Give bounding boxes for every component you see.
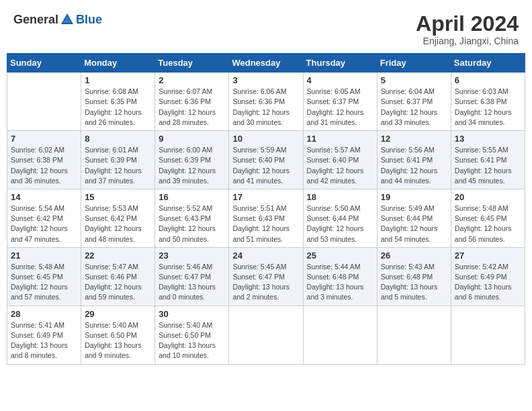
calendar-cell: 14Sunrise: 5:54 AMSunset: 6:42 PMDayligh… bbox=[7, 189, 81, 247]
calendar-cell: 11Sunrise: 5:57 AMSunset: 6:40 PMDayligh… bbox=[303, 131, 377, 189]
day-number: 20 bbox=[455, 192, 521, 202]
calendar-week-row: 21Sunrise: 5:48 AMSunset: 6:45 PMDayligh… bbox=[7, 247, 525, 306]
day-info: Sunrise: 5:44 AMSunset: 6:48 PMDaylight:… bbox=[307, 262, 373, 303]
day-info: Sunrise: 5:41 AMSunset: 6:49 PMDaylight:… bbox=[11, 320, 77, 361]
day-number: 19 bbox=[381, 192, 447, 202]
day-number: 24 bbox=[232, 250, 299, 261]
calendar-cell: 13Sunrise: 5:55 AMSunset: 6:41 PMDayligh… bbox=[451, 131, 525, 189]
day-number: 10 bbox=[232, 134, 299, 144]
calendar-cell: 21Sunrise: 5:48 AMSunset: 6:45 PMDayligh… bbox=[7, 247, 81, 306]
title-block: April 2024 Enjiang, Jiangxi, China bbox=[416, 12, 519, 46]
day-info: Sunrise: 6:04 AMSunset: 6:37 PMDaylight:… bbox=[381, 87, 447, 128]
calendar-cell: 28Sunrise: 5:41 AMSunset: 6:49 PMDayligh… bbox=[7, 306, 81, 364]
day-number: 17 bbox=[232, 192, 299, 202]
calendar-cell: 20Sunrise: 5:48 AMSunset: 6:45 PMDayligh… bbox=[451, 189, 525, 247]
day-number: 15 bbox=[85, 192, 151, 202]
day-info: Sunrise: 5:54 AMSunset: 6:42 PMDaylight:… bbox=[11, 203, 77, 244]
day-number: 16 bbox=[159, 192, 225, 202]
day-info: Sunrise: 6:06 AMSunset: 6:36 PMDaylight:… bbox=[232, 87, 299, 128]
day-number: 1 bbox=[85, 75, 151, 85]
day-info: Sunrise: 6:03 AMSunset: 6:38 PMDaylight:… bbox=[455, 87, 521, 128]
day-info: Sunrise: 6:07 AMSunset: 6:36 PMDaylight:… bbox=[159, 87, 225, 128]
day-info: Sunrise: 5:51 AMSunset: 6:43 PMDaylight:… bbox=[232, 203, 299, 244]
day-number: 2 bbox=[159, 75, 225, 85]
calendar-week-row: 14Sunrise: 5:54 AMSunset: 6:42 PMDayligh… bbox=[7, 189, 525, 247]
day-number: 6 bbox=[455, 75, 521, 85]
day-info: Sunrise: 6:00 AMSunset: 6:39 PMDaylight:… bbox=[159, 145, 225, 186]
calendar-cell: 3Sunrise: 6:06 AMSunset: 6:36 PMDaylight… bbox=[229, 73, 303, 131]
day-info: Sunrise: 5:45 AMSunset: 6:47 PMDaylight:… bbox=[232, 262, 299, 303]
day-number: 14 bbox=[11, 192, 77, 202]
calendar-cell: 23Sunrise: 5:46 AMSunset: 6:47 PMDayligh… bbox=[155, 247, 229, 306]
calendar-cell: 16Sunrise: 5:52 AMSunset: 6:43 PMDayligh… bbox=[155, 189, 229, 247]
day-info: Sunrise: 5:43 AMSunset: 6:48 PMDaylight:… bbox=[381, 262, 447, 303]
day-number: 7 bbox=[11, 134, 77, 144]
day-number: 28 bbox=[11, 309, 77, 319]
day-info: Sunrise: 5:48 AMSunset: 6:45 PMDaylight:… bbox=[455, 203, 521, 244]
day-number: 5 bbox=[381, 75, 447, 85]
calendar-day-header: Sunday bbox=[7, 54, 81, 73]
day-number: 30 bbox=[159, 309, 225, 319]
calendar-cell: 22Sunrise: 5:47 AMSunset: 6:46 PMDayligh… bbox=[81, 247, 155, 306]
logo-text-blue: Blue bbox=[76, 13, 102, 27]
day-number: 27 bbox=[455, 250, 521, 261]
logo-text-general: General bbox=[13, 13, 58, 27]
day-number: 13 bbox=[455, 134, 521, 144]
day-number: 21 bbox=[11, 250, 77, 261]
calendar-table: SundayMondayTuesdayWednesdayThursdayFrid… bbox=[7, 53, 525, 364]
calendar-week-row: 28Sunrise: 5:41 AMSunset: 6:49 PMDayligh… bbox=[7, 306, 525, 364]
calendar-cell: 25Sunrise: 5:44 AMSunset: 6:48 PMDayligh… bbox=[303, 247, 377, 306]
day-info: Sunrise: 5:56 AMSunset: 6:41 PMDaylight:… bbox=[381, 145, 447, 186]
day-info: Sunrise: 5:50 AMSunset: 6:44 PMDaylight:… bbox=[307, 203, 373, 244]
calendar-cell: 19Sunrise: 5:49 AMSunset: 6:44 PMDayligh… bbox=[377, 189, 451, 247]
day-number: 9 bbox=[159, 134, 225, 144]
calendar-cell: 1Sunrise: 6:08 AMSunset: 6:35 PMDaylight… bbox=[81, 73, 155, 131]
calendar-cell: 5Sunrise: 6:04 AMSunset: 6:37 PMDaylight… bbox=[377, 73, 451, 131]
location: Enjiang, Jiangxi, China bbox=[416, 36, 519, 46]
day-info: Sunrise: 5:47 AMSunset: 6:46 PMDaylight:… bbox=[85, 262, 151, 303]
calendar-cell bbox=[229, 306, 303, 364]
month-title: April 2024 bbox=[416, 12, 519, 36]
calendar-day-header: Wednesday bbox=[229, 54, 303, 73]
day-number: 12 bbox=[381, 134, 447, 144]
day-info: Sunrise: 6:01 AMSunset: 6:39 PMDaylight:… bbox=[85, 145, 151, 186]
calendar-cell: 17Sunrise: 5:51 AMSunset: 6:43 PMDayligh… bbox=[229, 189, 303, 247]
calendar-cell bbox=[303, 306, 377, 364]
calendar-day-header: Friday bbox=[377, 54, 451, 73]
calendar-week-row: 7Sunrise: 6:02 AMSunset: 6:38 PMDaylight… bbox=[7, 131, 525, 189]
calendar-cell: 6Sunrise: 6:03 AMSunset: 6:38 PMDaylight… bbox=[451, 73, 525, 131]
calendar-day-header: Thursday bbox=[303, 54, 377, 73]
day-info: Sunrise: 5:46 AMSunset: 6:47 PMDaylight:… bbox=[159, 262, 225, 303]
day-number: 3 bbox=[232, 75, 299, 85]
calendar-cell: 15Sunrise: 5:53 AMSunset: 6:42 PMDayligh… bbox=[81, 189, 155, 247]
calendar-week-row: 1Sunrise: 6:08 AMSunset: 6:35 PMDaylight… bbox=[7, 73, 525, 131]
day-number: 26 bbox=[381, 250, 447, 261]
day-number: 8 bbox=[85, 134, 151, 144]
day-info: Sunrise: 5:49 AMSunset: 6:44 PMDaylight:… bbox=[381, 203, 447, 244]
calendar-cell: 26Sunrise: 5:43 AMSunset: 6:48 PMDayligh… bbox=[377, 247, 451, 306]
logo-icon bbox=[60, 12, 75, 27]
day-number: 11 bbox=[307, 134, 373, 144]
calendar-cell: 2Sunrise: 6:07 AMSunset: 6:36 PMDaylight… bbox=[155, 73, 229, 131]
calendar-cell: 9Sunrise: 6:00 AMSunset: 6:39 PMDaylight… bbox=[155, 131, 229, 189]
day-info: Sunrise: 5:55 AMSunset: 6:41 PMDaylight:… bbox=[455, 145, 521, 186]
day-number: 22 bbox=[85, 250, 151, 261]
calendar-cell: 18Sunrise: 5:50 AMSunset: 6:44 PMDayligh… bbox=[303, 189, 377, 247]
day-number: 23 bbox=[159, 250, 225, 261]
day-info: Sunrise: 6:05 AMSunset: 6:37 PMDaylight:… bbox=[307, 87, 373, 128]
day-info: Sunrise: 5:40 AMSunset: 6:50 PMDaylight:… bbox=[159, 320, 225, 361]
day-info: Sunrise: 6:08 AMSunset: 6:35 PMDaylight:… bbox=[85, 87, 151, 128]
logo: General Blue bbox=[13, 12, 102, 27]
calendar-cell bbox=[377, 306, 451, 364]
day-info: Sunrise: 5:59 AMSunset: 6:40 PMDaylight:… bbox=[232, 145, 299, 186]
day-info: Sunrise: 5:52 AMSunset: 6:43 PMDaylight:… bbox=[159, 203, 225, 244]
calendar-cell bbox=[451, 306, 525, 364]
day-info: Sunrise: 5:48 AMSunset: 6:45 PMDaylight:… bbox=[11, 262, 77, 303]
calendar-header-row: SundayMondayTuesdayWednesdayThursdayFrid… bbox=[7, 54, 525, 73]
day-info: Sunrise: 5:42 AMSunset: 6:49 PMDaylight:… bbox=[455, 262, 521, 303]
day-number: 25 bbox=[307, 250, 373, 261]
calendar-cell: 30Sunrise: 5:40 AMSunset: 6:50 PMDayligh… bbox=[155, 306, 229, 364]
calendar-cell: 24Sunrise: 5:45 AMSunset: 6:47 PMDayligh… bbox=[229, 247, 303, 306]
day-number: 18 bbox=[307, 192, 373, 202]
day-info: Sunrise: 5:53 AMSunset: 6:42 PMDaylight:… bbox=[85, 203, 151, 244]
